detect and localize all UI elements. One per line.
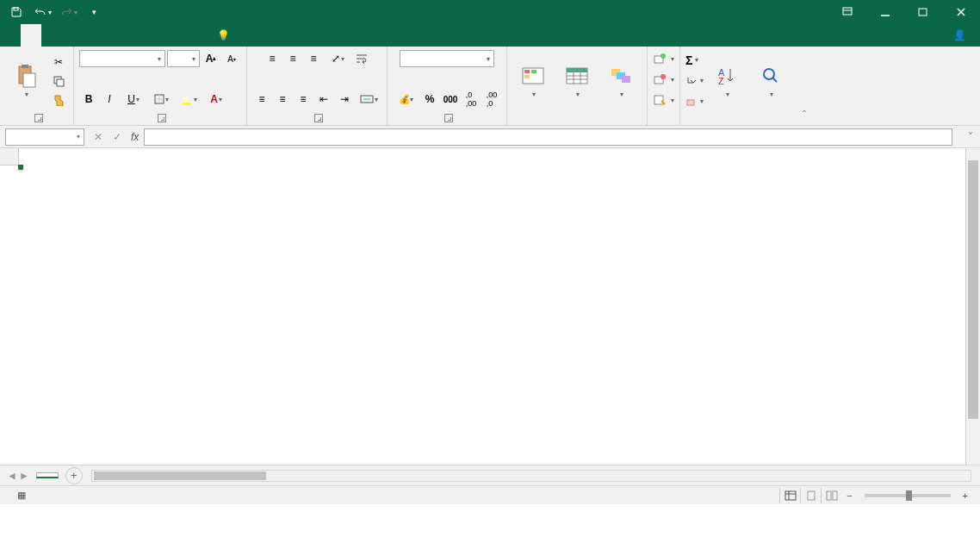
zoom-in-button[interactable]: + xyxy=(963,490,968,501)
group-font: ▾ ▾ A▴ A▾ B I U▾ ▾ ▾ A▾ xyxy=(74,47,247,125)
formula-bar[interactable] xyxy=(144,128,952,146)
sort-filter-button[interactable]: AZ ▾ xyxy=(706,60,747,101)
insert-cells-button[interactable]: ▾ xyxy=(653,49,674,68)
cell-styles-button[interactable]: ▾ xyxy=(600,60,642,101)
fx-icon[interactable]: fx xyxy=(131,131,139,143)
svg-rect-15 xyxy=(524,75,530,78)
font-size-combo[interactable]: ▾ xyxy=(167,50,200,67)
indent-inc-button[interactable]: ⇥ xyxy=(335,91,354,108)
accounting-button[interactable]: 💰▾ xyxy=(393,91,419,108)
format-painter-button[interactable] xyxy=(49,91,68,109)
clear-button[interactable]: ▾ xyxy=(685,92,704,111)
number-format-combo[interactable]: ▾ xyxy=(400,50,494,67)
ribbon: ▾ ✂ ▾ ▾ A▴ A▾ B I U▾ ▾ ▾ A▾ xyxy=(0,47,980,126)
close-button[interactable] xyxy=(942,0,980,24)
grow-font-button[interactable]: A▴ xyxy=(202,50,220,67)
font-launcher[interactable] xyxy=(158,114,166,122)
maximize-button[interactable] xyxy=(904,0,942,24)
svg-rect-7 xyxy=(57,79,64,86)
cut-button[interactable]: ✂ xyxy=(49,53,68,71)
group-clipboard: ▾ ✂ xyxy=(0,47,74,125)
collapse-ribbon-button[interactable]: ˆ xyxy=(797,47,812,125)
tab-developer[interactable] xyxy=(165,24,186,47)
merge-button[interactable]: ▾ xyxy=(356,91,381,108)
worksheet-area xyxy=(0,148,980,465)
group-alignment: ≡ ≡ ≡ ⤢▾ ≡ ≡ ≡ ⇤ ⇥ ▾ xyxy=(247,47,388,125)
zoom-slider[interactable] xyxy=(865,494,951,497)
tab-data[interactable] xyxy=(103,24,124,47)
bold-button[interactable]: B xyxy=(79,91,98,108)
svg-rect-17 xyxy=(567,68,587,72)
align-right-button[interactable]: ≡ xyxy=(294,91,313,108)
align-left-button[interactable]: ≡ xyxy=(252,91,271,108)
alignment-launcher[interactable] xyxy=(314,114,323,122)
sheet-nav-next[interactable]: ► xyxy=(19,470,29,482)
vertical-scrollbar[interactable] xyxy=(965,148,980,465)
comma-button[interactable]: 000 xyxy=(441,91,460,108)
conditional-formatting-button[interactable]: ▾ xyxy=(512,60,554,101)
tab-view[interactable] xyxy=(145,24,165,47)
svg-rect-30 xyxy=(785,491,796,500)
indent-dec-button[interactable]: ⇤ xyxy=(314,91,333,108)
align-middle-button[interactable]: ≡ xyxy=(283,50,302,67)
accept-formula-button[interactable]: ✓ xyxy=(110,130,124,144)
tab-layout[interactable] xyxy=(62,24,83,47)
select-all-corner[interactable] xyxy=(0,148,19,165)
svg-text:💰: 💰 xyxy=(399,94,409,104)
wrap-text-button[interactable] xyxy=(352,50,371,67)
tab-review[interactable] xyxy=(124,24,145,47)
svg-rect-4 xyxy=(22,65,28,68)
border-button[interactable]: ▾ xyxy=(148,91,174,108)
normal-view-button[interactable] xyxy=(779,488,800,503)
macro-record-icon[interactable]: ▦ xyxy=(17,490,26,501)
tab-home[interactable] xyxy=(21,24,41,47)
shrink-font-button[interactable]: A▾ xyxy=(222,50,241,67)
find-select-button[interactable]: ▾ xyxy=(750,60,791,101)
inc-decimal-button[interactable]: ,0,00 xyxy=(462,91,481,108)
font-name-combo[interactable]: ▾ xyxy=(79,50,165,67)
sheet-tab-bar: ◄ ► + xyxy=(0,465,980,485)
tab-powerpivot[interactable] xyxy=(186,24,207,47)
tell-me[interactable]: 💡 xyxy=(207,24,244,47)
page-layout-view-button[interactable] xyxy=(800,488,821,503)
qat-customize[interactable]: ▾ xyxy=(83,3,105,22)
new-sheet-button[interactable]: + xyxy=(65,467,83,484)
percent-button[interactable]: % xyxy=(420,91,439,108)
fill-color-button[interactable]: ▾ xyxy=(176,91,202,108)
tab-insert[interactable] xyxy=(41,24,62,47)
ribbon-options-button[interactable] xyxy=(828,0,866,24)
tab-file[interactable] xyxy=(0,24,21,47)
sheet-nav-prev[interactable]: ◄ xyxy=(7,470,17,482)
save-button[interactable] xyxy=(5,3,28,22)
undo-button[interactable]: ▾ xyxy=(31,3,53,22)
format-cells-button[interactable]: ▾ xyxy=(653,91,674,109)
expand-formula-bar[interactable]: ˅ xyxy=(968,131,980,143)
sign-in[interactable] xyxy=(922,24,943,47)
cancel-formula-button[interactable]: ✕ xyxy=(91,130,105,144)
horizontal-scrollbar[interactable] xyxy=(91,470,971,482)
share-button[interactable]: 👤 xyxy=(943,24,980,47)
minimize-button[interactable] xyxy=(866,0,904,24)
font-color-button[interactable]: A▾ xyxy=(203,91,229,108)
zoom-out-button[interactable]: − xyxy=(847,490,852,501)
orientation-button[interactable]: ⤢▾ xyxy=(325,50,350,67)
copy-button[interactable] xyxy=(49,72,68,90)
redo-button[interactable]: ▾ xyxy=(57,3,79,22)
italic-button[interactable]: I xyxy=(100,91,119,108)
format-as-table-button[interactable]: ▾ xyxy=(556,60,598,101)
clipboard-launcher[interactable] xyxy=(34,114,43,122)
tab-formulas[interactable] xyxy=(83,24,103,47)
fill-button[interactable]: ▾ xyxy=(685,72,704,91)
underline-button[interactable]: U▾ xyxy=(121,91,146,108)
sheet-tab[interactable] xyxy=(36,472,59,478)
number-launcher[interactable] xyxy=(444,114,453,122)
align-center-button[interactable]: ≡ xyxy=(273,91,292,108)
align-top-button[interactable]: ≡ xyxy=(263,50,282,67)
name-box[interactable]: ▾ xyxy=(5,128,84,146)
page-break-view-button[interactable] xyxy=(821,488,841,503)
autosum-button[interactable]: Σ▾ xyxy=(685,51,704,70)
paste-button[interactable]: ▾ xyxy=(5,60,47,101)
align-bottom-button[interactable]: ≡ xyxy=(304,50,323,67)
delete-cells-button[interactable]: ▾ xyxy=(653,70,674,89)
dec-decimal-button[interactable]: ,00,0 xyxy=(482,91,501,108)
